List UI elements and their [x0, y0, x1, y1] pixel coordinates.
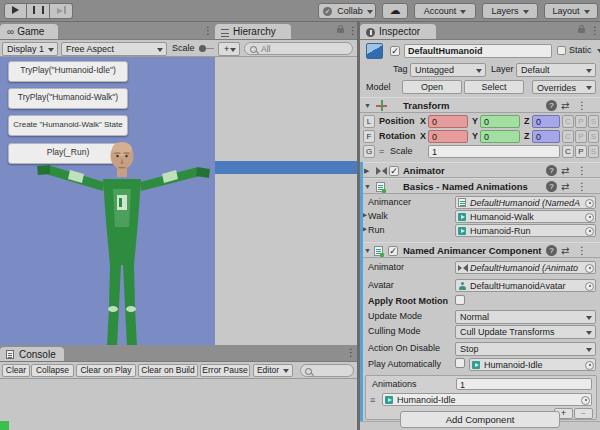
- scale-s-button[interactable]: S: [588, 145, 599, 158]
- culling-mode-dropdown[interactable]: Cull Update Transforms: [455, 325, 596, 339]
- animations-count-field[interactable]: 1: [456, 378, 592, 390]
- position-z-field[interactable]: 0: [532, 115, 560, 128]
- display-dropdown[interactable]: Display 1: [2, 42, 58, 56]
- avatar-object-field[interactable]: DefaultHumanoidAvatar: [455, 279, 596, 292]
- walk-clip-field[interactable]: Humanoid-Walk: [455, 210, 596, 223]
- position-s-button[interactable]: S: [588, 115, 599, 128]
- animancer-object-field[interactable]: DefaultHumanoid (NamedA: [455, 196, 596, 209]
- scale-slider-track[interactable]: [206, 48, 214, 49]
- preset-icon[interactable]: ⇄: [561, 244, 569, 257]
- basics-foldout-icon[interactable]: ▼: [364, 179, 371, 194]
- position-mode-button[interactable]: L: [363, 115, 375, 128]
- object-picker-icon[interactable]: [585, 199, 594, 208]
- play-button[interactable]: [4, 3, 27, 19]
- model-open-button[interactable]: Open: [402, 80, 462, 94]
- inspector-lock-icon[interactable]: [578, 28, 585, 33]
- help-icon[interactable]: ?: [546, 100, 557, 111]
- layer-dropdown[interactable]: Default: [516, 63, 596, 77]
- inspector-menu-kebab-icon[interactable]: ⋮: [590, 23, 600, 39]
- object-picker-icon[interactable]: [585, 227, 594, 236]
- scale-p-button[interactable]: P: [575, 145, 587, 158]
- model-select-button[interactable]: Select: [464, 80, 524, 94]
- rotation-p-button[interactable]: P: [575, 130, 587, 143]
- named-enabled-checkbox[interactable]: ✓: [388, 246, 398, 256]
- transform-kebab-icon[interactable]: ⋮: [577, 98, 587, 114]
- step-button[interactable]: [50, 3, 73, 19]
- rotation-s-button[interactable]: S: [588, 130, 599, 143]
- game-menu-kebab-icon[interactable]: ⋮: [203, 23, 213, 39]
- tab-game[interactable]: ∞Game: [0, 24, 58, 39]
- active-checkbox[interactable]: ✓: [390, 46, 400, 56]
- tab-hierarchy[interactable]: Hierarchy: [215, 24, 291, 39]
- transform-foldout-icon[interactable]: ▼: [364, 98, 371, 113]
- console-menu-kebab-icon[interactable]: ⋮: [346, 345, 356, 361]
- basics-header[interactable]: ▼ Basics - Named Animations ? ⇄ ⋮: [360, 178, 600, 194]
- layout-dropdown[interactable]: Layout: [544, 3, 598, 19]
- scale-slider-knob[interactable]: [199, 45, 206, 52]
- rotation-mode-button[interactable]: F: [363, 130, 375, 143]
- play-automatically-clip-field[interactable]: Humanoid-Idle: [469, 358, 596, 371]
- apply-root-motion-checkbox[interactable]: [455, 295, 465, 305]
- named-foldout-icon[interactable]: ▼: [364, 243, 371, 258]
- cloud-button[interactable]: ☁: [382, 3, 408, 19]
- preset-icon[interactable]: ⇄: [561, 180, 569, 193]
- animator-enabled-checkbox[interactable]: ✓: [389, 166, 399, 176]
- position-y-field[interactable]: 0: [480, 115, 520, 128]
- scale-link-icon[interactable]: =: [379, 146, 384, 156]
- animation-item-field[interactable]: Humanoid-Idle: [382, 393, 592, 406]
- preset-icon[interactable]: ⇄: [561, 99, 569, 112]
- animator-object-field[interactable]: DefaultHumanoid (Animato: [455, 261, 596, 274]
- hierarchy-search-input[interactable]: All: [244, 42, 353, 55]
- run-clip-field[interactable]: Humanoid-Run: [455, 224, 596, 237]
- animator-kebab-icon[interactable]: ⋮: [577, 163, 587, 179]
- basics-kebab-icon[interactable]: ⋮: [577, 179, 587, 195]
- console-search-input[interactable]: [300, 364, 354, 377]
- tab-inspector[interactable]: Inspector: [360, 24, 436, 39]
- object-picker-icon[interactable]: [585, 282, 594, 291]
- play-automatically-checkbox[interactable]: [455, 358, 465, 368]
- add-component-button[interactable]: Add Component: [400, 411, 560, 428]
- object-picker-icon[interactable]: [585, 361, 594, 370]
- tab-console[interactable]: Console: [0, 347, 64, 361]
- position-p-button[interactable]: P: [575, 115, 587, 128]
- animations-label[interactable]: Animations: [372, 379, 417, 389]
- scale-mode-button[interactable]: G: [363, 145, 375, 158]
- static-checkbox[interactable]: [557, 46, 566, 55]
- position-c-button[interactable]: C: [562, 115, 574, 128]
- console-log-area[interactable]: [0, 379, 357, 430]
- position-x-field[interactable]: 0: [428, 115, 468, 128]
- rotation-c-button[interactable]: C: [562, 130, 574, 143]
- tag-dropdown[interactable]: Untagged: [410, 63, 486, 77]
- rotation-x-field[interactable]: 0: [428, 130, 468, 143]
- preset-icon[interactable]: ⇄: [561, 164, 569, 177]
- drag-handle-icon[interactable]: ≡: [370, 394, 375, 406]
- named-animancer-header[interactable]: ▼ ✓ Named Animancer Component ? ⇄ ⋮: [360, 242, 600, 258]
- create-object-dropdown[interactable]: +: [218, 42, 240, 56]
- object-picker-icon[interactable]: [585, 264, 594, 273]
- action-on-disable-dropdown[interactable]: Stop: [455, 342, 596, 356]
- object-picker-icon[interactable]: [581, 396, 590, 405]
- rotation-y-field[interactable]: 0: [480, 130, 520, 143]
- error-pause-toggle[interactable]: Error Pause: [200, 364, 250, 377]
- scale-field[interactable]: 1: [428, 145, 560, 158]
- collapse-toggle[interactable]: Collapse: [31, 364, 74, 377]
- rotation-z-field[interactable]: 0: [532, 130, 560, 143]
- clear-on-build-toggle[interactable]: Clear on Build: [138, 364, 198, 377]
- object-picker-icon[interactable]: [585, 213, 594, 222]
- gameobject-name-field[interactable]: DefaultHumanoid: [404, 44, 552, 58]
- overrides-dropdown[interactable]: Overrides: [532, 80, 596, 94]
- console-editor-dropdown[interactable]: Editor: [253, 364, 293, 377]
- animator-foldout-icon[interactable]: ▶: [364, 163, 369, 178]
- help-icon[interactable]: ?: [546, 165, 557, 176]
- prefab-model-icon[interactable]: [366, 43, 383, 59]
- account-dropdown[interactable]: Account: [414, 3, 476, 19]
- hierarchy-lock-icon[interactable]: [337, 28, 344, 33]
- pause-button[interactable]: [27, 3, 50, 19]
- scale-c-button[interactable]: C: [562, 145, 574, 158]
- transform-header[interactable]: ▼ Transform ? ⇄ ⋮: [360, 97, 600, 113]
- named-kebab-icon[interactable]: ⋮: [577, 243, 587, 259]
- animator-header[interactable]: ▶ ✓ Animator ? ⇄ ⋮: [360, 162, 600, 178]
- layers-dropdown[interactable]: Layers: [482, 3, 538, 19]
- collab-dropdown[interactable]: ✓ Collab: [318, 3, 376, 19]
- help-icon[interactable]: ?: [546, 181, 557, 192]
